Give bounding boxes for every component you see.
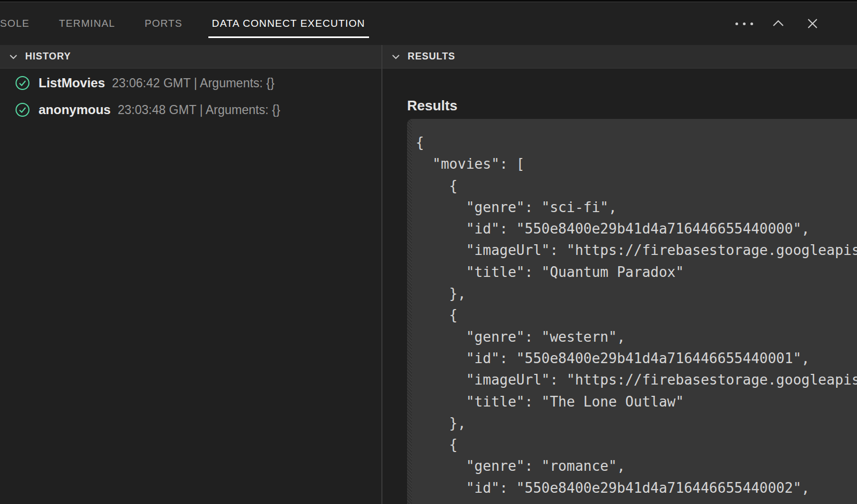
results-section-title: RESULTS xyxy=(408,51,455,62)
history-section-header[interactable]: HISTORY xyxy=(0,45,381,69)
success-check-icon xyxy=(15,76,30,91)
code-line: { xyxy=(416,132,857,153)
history-list: ListMovies 23:06:42 GMT | Arguments: {} … xyxy=(0,69,381,123)
code-line: "id": "550e8400e29b41d4a716446655440001"… xyxy=(416,348,857,369)
code-line: "genre": "romance", xyxy=(416,455,857,477)
code-line: "movies": [ xyxy=(416,153,857,175)
code-line: "genre": "western", xyxy=(416,326,857,348)
code-line: "title": "Quantum Paradox" xyxy=(416,261,857,283)
history-item-meta: 23:03:48 GMT | Arguments: {} xyxy=(118,103,280,117)
code-line: "imageUrl": "https://firebasestorage.goo… xyxy=(416,239,857,261)
more-actions-icon[interactable] xyxy=(736,16,752,32)
code-line: { xyxy=(416,175,857,197)
results-json-code-block[interactable]: { "movies": [ { "genre": "sci-fi", "id":… xyxy=(407,119,857,504)
panel-actions xyxy=(736,2,857,45)
code-line: { xyxy=(416,304,857,326)
panel-tabbar: SOLE TERMINAL PORTS DATA CONNECT EXECUTI… xyxy=(0,2,857,45)
code-line: "id": "550e8400e29b41d4a716446655440002"… xyxy=(416,477,857,499)
history-item[interactable]: ListMovies 23:06:42 GMT | Arguments: {} xyxy=(0,70,381,96)
code-line: }, xyxy=(416,412,857,434)
tab-ports[interactable]: PORTS xyxy=(145,2,183,45)
chevron-down-icon xyxy=(7,51,19,63)
chevron-up-maximize-icon[interactable] xyxy=(770,16,786,32)
close-icon[interactable] xyxy=(805,16,821,32)
code-line: "genre": "sci-fi", xyxy=(416,197,857,218)
chevron-down-icon xyxy=(390,51,402,63)
tab-terminal[interactable]: TERMINAL xyxy=(59,2,115,45)
tab-console[interactable]: SOLE xyxy=(0,2,29,45)
history-section-title: HISTORY xyxy=(25,51,71,62)
code-line: "title": "The Lone Outlaw" xyxy=(416,391,857,412)
results-panel: RESULTS Results { "movies": [ { "genre":… xyxy=(382,45,857,504)
results-body: Results { "movies": [ { "genre": "sci-fi… xyxy=(382,69,857,504)
code-line: "id": "550e8400e29b41d4a716446655440000"… xyxy=(416,218,857,239)
history-item[interactable]: anonymous 23:03:48 GMT | Arguments: {} xyxy=(0,96,381,123)
success-check-icon xyxy=(15,102,30,117)
code-line: "imageUrl": "https://firebasestorage.goo… xyxy=(416,369,857,390)
tab-data-connect-execution[interactable]: DATA CONNECT EXECUTION xyxy=(212,2,365,45)
results-title: Results xyxy=(407,69,857,114)
panel-body: HISTORY ListMovies 23:06:42 GMT | Argume… xyxy=(0,45,857,504)
results-json-lines: { "movies": [ { "genre": "sci-fi", "id":… xyxy=(407,119,857,499)
code-line: { xyxy=(416,434,857,455)
history-panel: HISTORY ListMovies 23:06:42 GMT | Argume… xyxy=(0,45,382,504)
history-item-name: anonymous xyxy=(39,102,111,117)
code-block-edge xyxy=(407,119,412,504)
code-line: }, xyxy=(416,283,857,304)
history-item-name: ListMovies xyxy=(39,76,105,91)
history-item-meta: 23:06:42 GMT | Arguments: {} xyxy=(112,76,274,91)
results-section-header[interactable]: RESULTS xyxy=(382,45,857,69)
